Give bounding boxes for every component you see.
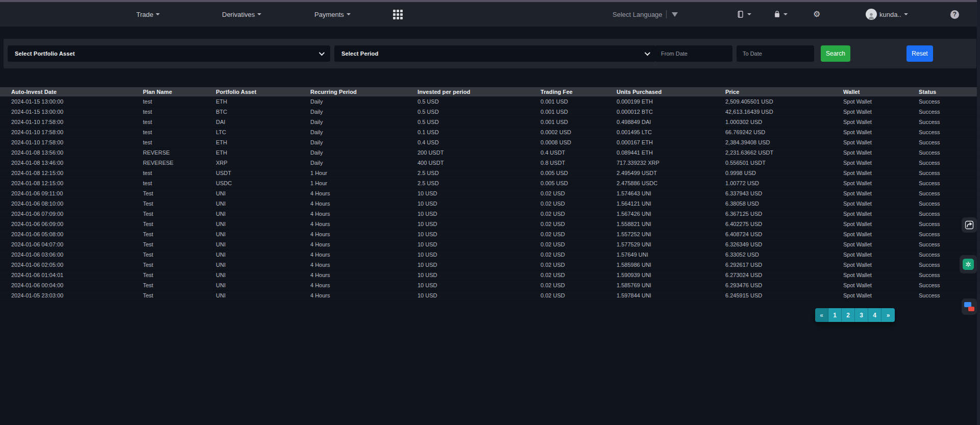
triangle-down-icon (672, 12, 678, 17)
period-select[interactable]: Select Period (334, 45, 656, 62)
table-row: 2024-01-06 08:10:00TestUNI4 Hours10 USD0… (0, 198, 977, 209)
search-button[interactable]: Search (821, 45, 850, 62)
page-scrollbar[interactable] (977, 0, 980, 425)
pagination-page-1[interactable]: 1 (828, 308, 842, 322)
cell-trading-fee: 0.005 USD (541, 178, 617, 188)
column-header-price: Price (725, 87, 843, 96)
cell-units-purchased: 1.585769 UNI (617, 280, 725, 290)
pagination-page-3[interactable]: 3 (855, 308, 868, 322)
cell-plan-name: Test (143, 280, 216, 290)
cell-portfolio-asset: USDT (216, 168, 310, 178)
cell-invested-per-period: 10 USD (418, 198, 541, 209)
table-row: 2024-01-08 13:56:00REVERSEETHDaily200 US… (0, 147, 977, 158)
nav-menu-derivatives[interactable]: Derivatives (222, 2, 261, 27)
username-label: kunda.. (879, 11, 901, 18)
cell-wallet: Spot Wallet (843, 280, 919, 290)
chevron-down-icon (319, 50, 325, 56)
cell-price: 6.367125 USD (725, 209, 843, 219)
to-date-input[interactable] (743, 51, 808, 57)
cell-plan-name: test (143, 168, 216, 178)
cell-status: Success (919, 178, 977, 188)
cell-recurring-period: 4 Hours (310, 290, 418, 301)
table-row: 2024-01-06 03:06:00TestUNI4 Hours10 USD0… (0, 249, 977, 260)
help-button[interactable]: ? (950, 2, 959, 27)
cell-recurring-period: 4 Hours (310, 229, 418, 239)
cell-price: 6.33052 USD (725, 249, 843, 260)
share-shortcut-button[interactable] (962, 217, 977, 233)
cell-plan-name: Test (143, 270, 216, 280)
language-dropdown-button[interactable] (672, 2, 678, 27)
cell-wallet: Spot Wallet (843, 229, 919, 239)
cell-wallet: Spot Wallet (843, 260, 919, 270)
cell-recurring-period: Daily (310, 147, 418, 158)
from-date-input[interactable] (661, 51, 726, 57)
apps-menu-button[interactable] (393, 2, 403, 27)
cell-portfolio-asset: ETH (216, 137, 310, 147)
nav-menu-payments[interactable]: Payments (314, 2, 351, 27)
pagination-page-2[interactable]: 2 (842, 308, 855, 322)
cell-recurring-period: 1 Hour (310, 178, 418, 188)
cell-auto-invest-date: 2024-01-06 03:06:00 (0, 249, 143, 260)
table-row: 2024-01-06 09:11:00TestUNI4 Hours10 USD0… (0, 188, 977, 198)
cell-units-purchased: 2.475886 USDC (617, 178, 725, 188)
pagination-page-4[interactable]: 4 (868, 308, 881, 322)
orderbook-icon (737, 10, 745, 18)
cell-wallet: Spot Wallet (843, 96, 919, 107)
reset-button[interactable]: Reset (906, 45, 933, 62)
cell-price: 2,384.39408 USD (725, 137, 843, 147)
cell-invested-per-period: 0.4 USD (418, 137, 541, 147)
cell-wallet: Spot Wallet (843, 117, 919, 127)
cell-auto-invest-date: 2024-01-06 08:10:00 (0, 198, 143, 209)
cell-portfolio-asset: LTC (216, 127, 310, 137)
column-header-trading-fee: Trading Fee (541, 87, 617, 96)
cell-portfolio-asset: UNI (216, 219, 310, 229)
pagination-prev-button[interactable]: « (815, 308, 828, 322)
cell-units-purchased: 0.089441 ETH (617, 147, 725, 158)
cell-wallet: Spot Wallet (843, 249, 919, 260)
table-row: 2024-01-15 13:00:00testETHDaily0.5 USD0.… (0, 96, 977, 107)
cell-auto-invest-date: 2024-01-10 17:58:00 (0, 127, 143, 137)
cell-invested-per-period: 10 USD (418, 239, 541, 249)
language-selector[interactable]: Select Language (612, 2, 663, 27)
cell-units-purchased: 1.564121 UNI (617, 198, 725, 209)
cell-plan-name: Test (143, 198, 216, 209)
user-menu[interactable]: kunda.. (866, 2, 908, 27)
cell-status: Success (919, 107, 977, 117)
cell-wallet: Spot Wallet (843, 219, 919, 229)
cell-trading-fee: 0.02 USD (541, 229, 617, 239)
chatgpt-extension-button[interactable] (960, 255, 977, 273)
apps-grid-icon (393, 10, 403, 19)
cell-recurring-period: Daily (310, 96, 418, 107)
nav-menu-trade[interactable]: Trade (136, 2, 160, 27)
orders-menu[interactable] (737, 2, 751, 27)
table-row: 2024-01-06 01:04:01TestUNI4 Hours10 USD0… (0, 270, 977, 280)
nav-trade-label: Trade (136, 11, 153, 18)
cell-invested-per-period: 0.1 USD (418, 127, 541, 137)
table-row: 2024-01-08 13:46:00REVERESEXRPDaily400 U… (0, 158, 977, 168)
cell-plan-name: Test (143, 249, 216, 260)
cell-units-purchased: 2.495499 USDT (617, 168, 725, 178)
share-arrow-icon (964, 220, 974, 230)
help-icon: ? (950, 10, 959, 19)
table-row: 2024-01-06 05:08:00TestUNI4 Hours10 USD0… (0, 229, 977, 239)
cell-status: Success (919, 158, 977, 168)
cell-recurring-period: 4 Hours (310, 270, 418, 280)
cell-trading-fee: 0.02 USD (541, 239, 617, 249)
chat-extension-button[interactable] (962, 298, 977, 315)
cell-invested-per-period: 10 USD (418, 249, 541, 260)
pagination-next-button[interactable]: » (881, 308, 895, 322)
cell-recurring-period: 4 Hours (310, 188, 418, 198)
settings-button[interactable]: ⚙ (813, 2, 820, 27)
cell-units-purchased: 1.557252 UNI (617, 229, 725, 239)
cell-price: 6.273024 USD (725, 270, 843, 280)
cell-plan-name: Test (143, 219, 216, 229)
cell-recurring-period: Daily (310, 158, 418, 168)
cell-units-purchased: 1.577529 UNI (617, 239, 725, 249)
cell-plan-name: test (143, 137, 216, 147)
portfolio-asset-select[interactable]: Select Portfolio Asset (8, 45, 330, 62)
cell-trading-fee: 0.0008 USD (541, 137, 617, 147)
cell-portfolio-asset: UNI (216, 239, 310, 249)
cell-wallet: Spot Wallet (843, 178, 919, 188)
from-date-field (655, 45, 732, 62)
wallet-menu[interactable] (773, 2, 788, 27)
